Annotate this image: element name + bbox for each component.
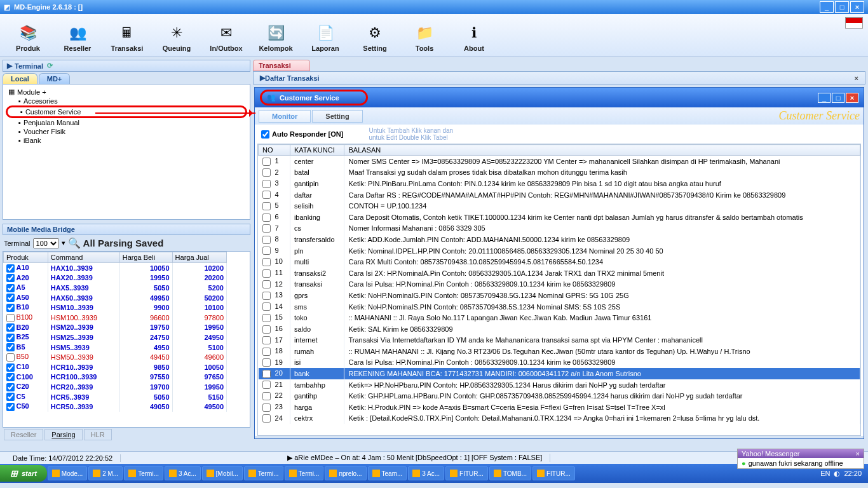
taskbar-item[interactable]: 3 Ac... <box>165 466 201 480</box>
grid-checkbox[interactable] <box>262 236 271 244</box>
tree-item-ibank[interactable]: ▪iBank <box>6 136 247 145</box>
cs-tab-monitor[interactable]: Monitor <box>259 110 311 123</box>
cs-minimize-button[interactable]: _ <box>818 93 831 103</box>
price-table[interactable]: ProdukCommandHarga BeliHarga JualA10HAX1… <box>3 251 250 428</box>
grid-checkbox[interactable] <box>262 314 271 322</box>
grid-checkbox[interactable] <box>262 180 271 188</box>
grid-checkbox[interactable] <box>262 168 271 177</box>
grid-row[interactable]: 18rumah:: RUMAH MAHANANI :: Jl. Kijang N… <box>259 346 860 357</box>
ym-close-icon[interactable]: × <box>856 450 860 458</box>
grid-row[interactable]: 11transaksi2Cara Isi 2X: HP.NominalA.Pin… <box>259 268 860 279</box>
price-row[interactable]: B20HSM20..39391975019950 <box>4 323 227 333</box>
price-row[interactable]: A20HAX20..39391995020200 <box>4 273 227 283</box>
price-row[interactable]: B25HSM25..39392475024950 <box>4 332 227 342</box>
price-row[interactable]: C10HCR10..3939985010050 <box>4 362 227 372</box>
price-row[interactable]: B100HSM100..39399660097800 <box>4 313 227 323</box>
grid-row[interactable]: 8transfersaldoKetik: ADD.Kode.Jumlah.PIN… <box>259 234 860 245</box>
taskbar-item[interactable]: nprelo... <box>325 466 366 480</box>
price-row[interactable]: B10HSM10..3939990010100 <box>4 302 227 313</box>
price-row[interactable]: C20HCR20..39391970019950 <box>4 382 227 392</box>
grid-row[interactable]: 12transaksiCara Isi Pulsa: HP.Nominal.Pi… <box>259 279 860 290</box>
tool-in/outbox[interactable]: ✉In/Outbox <box>202 15 250 55</box>
tree-root[interactable]: ▦Module + <box>6 87 247 97</box>
taskbar-item[interactable]: Termi... <box>244 466 283 480</box>
grid-row[interactable]: 6ibankingCara Deposit Otomatis, Contoh k… <box>259 212 860 223</box>
grid-checkbox[interactable] <box>262 358 271 367</box>
grid-row[interactable]: 22gantihpKetik: GHP.HPLama.HPBaru.PIN Co… <box>259 390 860 402</box>
taskbar-item[interactable]: Termi... <box>285 466 324 480</box>
tool-kelompok[interactable]: 🔄Kelompok <box>252 15 300 55</box>
grid-header[interactable]: BALASAN <box>344 145 860 156</box>
grid-row[interactable]: 21tambahhpKetik=> HP.NoHPbaru.PIN Contoh… <box>259 379 860 391</box>
grid-checkbox[interactable] <box>262 191 271 199</box>
price-row[interactable]: A5HAX5..393950505200 <box>4 283 227 293</box>
taskbar-item[interactable]: Mode... <box>48 466 87 480</box>
grid-checkbox[interactable] <box>262 381 271 389</box>
price-row[interactable]: C100HCR100..39399755097650 <box>4 372 227 383</box>
price-row[interactable]: A10HAX10..39391005010200 <box>4 263 227 273</box>
grid-row[interactable]: 19isiCara Isi Pulsa: HP.Nominal.Pin Cont… <box>259 357 860 369</box>
tool-transaksi[interactable]: 🖩Transaksi <box>103 15 151 55</box>
tool-setting[interactable]: ⚙Setting <box>351 15 399 55</box>
grid-row[interactable]: 7csNomer Informasi Mahanani : 0856 3329 … <box>259 223 860 234</box>
grid-header[interactable]: NO <box>259 145 290 156</box>
row-checkbox[interactable] <box>6 264 15 273</box>
tree-item-customer-service[interactable]: ▪Customer Service <box>6 105 247 118</box>
row-checkbox[interactable] <box>6 343 15 351</box>
grid-checkbox[interactable] <box>262 370 271 378</box>
cs-close-button[interactable]: × <box>846 93 858 103</box>
row-checkbox[interactable] <box>6 294 15 302</box>
grid-row[interactable]: 20bankREKENING MAHANANI BCA: 1771432731 … <box>259 368 860 379</box>
price-row[interactable]: B50HSM50..39394945049600 <box>4 352 227 362</box>
price-row[interactable]: A50HAX50..39394995050200 <box>4 293 227 303</box>
taskbar-item[interactable]: [Mobil... <box>202 466 243 480</box>
row-checkbox[interactable] <box>6 403 15 411</box>
tree-item-penjualan-manual[interactable]: ▪Penjualan Manual <box>6 118 247 127</box>
cs-maximize-button[interactable]: □ <box>832 93 844 103</box>
grid-checkbox[interactable] <box>262 336 271 344</box>
grid-checkbox[interactable] <box>262 214 271 222</box>
responder-table[interactable]: NOKATA KUNCIBALASAN 1centerNomer SMS Cen… <box>257 144 861 436</box>
daftar-transaksi-header[interactable]: ▶Daftar Transaksi× <box>254 72 865 84</box>
grid-row[interactable]: 16saldoKetik: SAL Kirim ke 08563329809 <box>259 323 860 335</box>
bottom-tab-hlr[interactable]: HLR <box>84 429 112 440</box>
row-checkbox[interactable] <box>6 274 15 282</box>
grid-row[interactable]: 23hargaKetik: H.Produk.PIN => kode A=axi… <box>259 402 860 413</box>
row-checkbox[interactable] <box>6 373 15 381</box>
price-header[interactable]: Harga Beli <box>119 252 172 263</box>
cs-tab-setting[interactable]: Setting <box>312 110 362 123</box>
close-button[interactable]: × <box>850 1 864 13</box>
row-checkbox[interactable] <box>6 363 15 372</box>
grid-row[interactable]: 4daftarCara Daftar RS : REG#CODE#NAMA#AL… <box>259 189 860 201</box>
terminal-panel-header[interactable]: ▶Terminal⟳ <box>3 60 250 72</box>
row-checkbox[interactable] <box>6 393 15 401</box>
grid-row[interactable]: 13gprsKetik: NoHP.NominalG.PIN Contoh: 0… <box>259 290 860 301</box>
tool-about[interactable]: ℹAbout <box>450 15 498 55</box>
row-checkbox[interactable] <box>6 304 15 312</box>
row-checkbox[interactable] <box>6 383 15 391</box>
tray-icon[interactable]: ◐ <box>834 470 840 478</box>
minimize-button[interactable]: _ <box>820 1 834 13</box>
tool-laporan[interactable]: 📄Laporan <box>301 15 349 55</box>
price-header[interactable]: Harga Jual <box>172 252 226 263</box>
grid-row[interactable]: 15toko:: MAHANANI :: Jl. Raya Solo No.11… <box>259 312 860 323</box>
tool-tools[interactable]: 📁Tools <box>400 15 449 55</box>
grid-header[interactable]: KATA KUNCI <box>290 145 344 156</box>
taskbar-item[interactable]: Termi... <box>124 466 163 480</box>
grid-checkbox[interactable] <box>262 414 271 423</box>
grid-checkbox[interactable] <box>262 280 271 288</box>
grid-row[interactable]: 3gantipinKetik: PIN.PinBaru.PinLama Cont… <box>259 178 860 189</box>
taskbar-item[interactable]: TOMB... <box>489 466 531 480</box>
grid-checkbox[interactable] <box>262 158 271 166</box>
row-checkbox[interactable] <box>6 353 15 362</box>
row-checkbox[interactable] <box>6 323 15 332</box>
taskbar-item[interactable]: FITUR... <box>445 466 488 480</box>
taskbar-item[interactable]: 2 M... <box>88 466 123 480</box>
grid-checkbox[interactable] <box>262 348 271 356</box>
grid-checkbox[interactable] <box>262 247 271 255</box>
module-tree[interactable]: ▦Module +▪Accesories▪Customer Service▪Pe… <box>3 84 250 220</box>
price-row[interactable]: C50HCR50..39394905049500 <box>4 402 227 412</box>
price-header[interactable]: Produk <box>4 252 48 263</box>
bridge-dropdown-icon[interactable]: ▾ <box>62 239 65 247</box>
grid-row[interactable]: 14smsKetik: NoHP.NominalS.PIN Contoh: 08… <box>259 301 860 313</box>
